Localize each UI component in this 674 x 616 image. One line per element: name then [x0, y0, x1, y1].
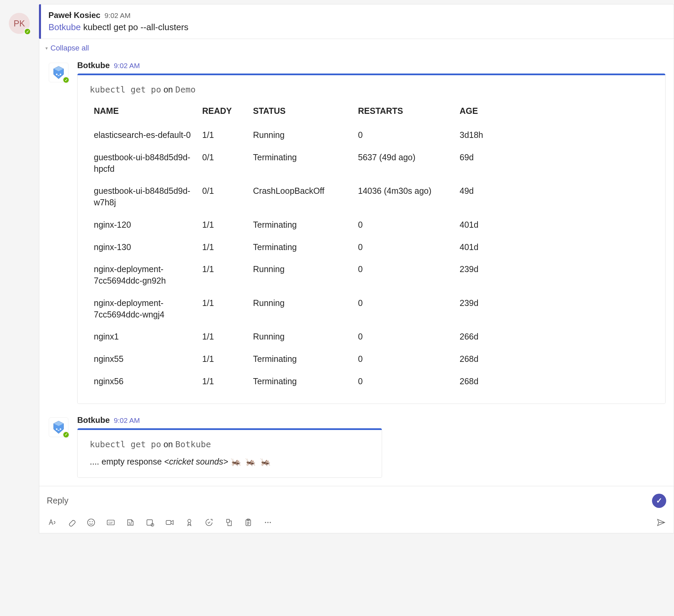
- sent-check-icon: [652, 494, 666, 508]
- table-row: nginx-1301/1Terminating0401d: [90, 236, 653, 259]
- svg-point-21: [270, 522, 271, 523]
- cell-name: elasticsearch-es-default-0: [90, 124, 198, 146]
- empty-prefix: .... empty response: [90, 457, 164, 466]
- thread-container: ▾ Collapse all Botkube: [39, 39, 674, 486]
- cell-name: nginx-deployment-7cc5694ddc-gn92h: [90, 258, 198, 292]
- table-row: nginx-1201/1Terminating0401d: [90, 214, 653, 236]
- cell-ready: 1/1: [198, 236, 249, 259]
- cell-ready: 1/1: [198, 214, 249, 236]
- presence-available-icon: [62, 431, 70, 438]
- reply-author: Botkube: [77, 61, 110, 70]
- video-icon[interactable]: [165, 517, 175, 528]
- pods-table: NAME READY STATUS RESTARTS AGE elasticse…: [90, 102, 653, 393]
- presence-available-icon: [62, 76, 70, 84]
- cell-ready: 0/1: [198, 180, 249, 214]
- reply-timestamp[interactable]: 9:02 AM: [114, 62, 140, 70]
- cell-name: nginx56: [90, 370, 198, 393]
- loop-icon[interactable]: [145, 517, 155, 528]
- cell-age: 401d: [456, 214, 653, 236]
- cell-restarts: 0: [354, 292, 456, 326]
- adaptive-card: kubectl get po on Botkube .... empty res…: [77, 428, 382, 478]
- table-row: nginx551/1Terminating0268d: [90, 348, 653, 370]
- cell-ready: 1/1: [198, 348, 249, 370]
- avatar-initials: PK: [14, 19, 25, 28]
- message-timestamp: 9:02 AM: [104, 12, 130, 20]
- cell-status: Terminating: [249, 236, 354, 259]
- on-word: on: [164, 439, 173, 449]
- send-icon[interactable]: [656, 517, 666, 528]
- approvals-icon[interactable]: [204, 517, 214, 528]
- more-icon[interactable]: [263, 517, 273, 528]
- svg-point-6: [88, 519, 95, 526]
- cell-name: nginx55: [90, 348, 198, 370]
- table-row: nginx561/1Terminating0268d: [90, 370, 653, 393]
- command-text: kubectl get po: [90, 85, 161, 95]
- table-row: nginx-deployment-7cc5694ddc-gn92h1/1Runn…: [90, 258, 653, 292]
- table-row: guestbook-ui-b848d5d9d-w7h8j0/1CrashLoop…: [90, 180, 653, 214]
- praise-icon[interactable]: [184, 517, 194, 528]
- cell-status: Running: [249, 258, 354, 292]
- table-row: elasticsearch-es-default-01/1Running03d1…: [90, 124, 653, 146]
- cell-status: Running: [249, 292, 354, 326]
- cell-name: guestbook-ui-b848d5d9d-hpcfd: [90, 146, 198, 180]
- svg-point-19: [265, 522, 266, 523]
- svg-point-0: [56, 74, 58, 75]
- cluster-name: Demo: [175, 85, 195, 95]
- cell-name: guestbook-ui-b848d5d9d-w7h8j: [90, 180, 198, 214]
- clipboard-icon[interactable]: [243, 517, 253, 528]
- cell-status: Terminating: [249, 370, 354, 393]
- gif-icon[interactable]: GIF: [106, 517, 116, 528]
- cell-restarts: 0: [354, 214, 456, 236]
- svg-point-7: [90, 521, 90, 522]
- reply-compose-box: Reply GIF: [39, 486, 674, 533]
- reply-timestamp[interactable]: 9:02 AM: [114, 416, 140, 425]
- cell-ready: 1/1: [198, 258, 249, 292]
- cell-status: CrashLoopBackOff: [249, 180, 354, 214]
- cell-restarts: 0: [354, 348, 456, 370]
- user-message[interactable]: Paweł Kosiec 9:02 AM Botkube kubectl get…: [39, 4, 674, 39]
- table-row: nginx11/1Running0266d: [90, 326, 653, 348]
- svg-point-1: [60, 74, 61, 75]
- bot-reply-1: Botkube 9:02 AM kubectl get po on Demo N…: [39, 57, 674, 412]
- format-icon[interactable]: [47, 517, 57, 528]
- attach-icon[interactable]: [66, 517, 77, 528]
- cell-restarts: 5637 (49d ago): [354, 146, 456, 180]
- th-age: AGE: [456, 102, 653, 124]
- emoji-icon[interactable]: [86, 517, 96, 528]
- sticker-icon[interactable]: [125, 517, 135, 528]
- cell-status: Running: [249, 124, 354, 146]
- cell-status: Terminating: [249, 146, 354, 180]
- svg-point-12: [131, 522, 131, 522]
- cell-age: 239d: [456, 292, 653, 326]
- cell-restarts: 0: [354, 370, 456, 393]
- mention-link[interactable]: Botkube: [48, 22, 81, 32]
- cell-name: nginx-deployment-7cc5694ddc-wngj4: [90, 292, 198, 326]
- user-avatar[interactable]: PK: [9, 13, 30, 34]
- cell-age: 266d: [456, 326, 653, 348]
- command-text: kubectl get po: [90, 439, 161, 449]
- cell-restarts: 14036 (4m30s ago): [354, 180, 456, 214]
- cell-ready: 1/1: [198, 370, 249, 393]
- cell-name: nginx-120: [90, 214, 198, 236]
- reply-input[interactable]: Reply: [47, 496, 652, 506]
- svg-rect-15: [166, 520, 171, 525]
- table-row: nginx-deployment-7cc5694ddc-wngj41/1Runn…: [90, 292, 653, 326]
- on-word: on: [164, 85, 173, 94]
- collapse-all-button[interactable]: ▾ Collapse all: [39, 39, 674, 57]
- cell-age: 268d: [456, 370, 653, 393]
- th-ready: READY: [198, 102, 249, 124]
- svg-point-20: [267, 522, 269, 523]
- cell-age: 401d: [456, 236, 653, 259]
- svg-point-11: [129, 522, 129, 522]
- compose-toolbar: GIF: [47, 517, 666, 528]
- message-author: Paweł Kosiec: [48, 11, 100, 20]
- cell-age: 268d: [456, 348, 653, 370]
- collapse-all-label: Collapse all: [50, 44, 89, 53]
- svg-rect-5: [58, 430, 60, 431]
- svg-point-4: [60, 428, 61, 430]
- th-restarts: RESTARTS: [354, 102, 456, 124]
- cell-status: Running: [249, 326, 354, 348]
- viva-icon[interactable]: [224, 517, 234, 528]
- svg-point-3: [56, 428, 58, 430]
- cell-age: 3d18h: [456, 124, 653, 146]
